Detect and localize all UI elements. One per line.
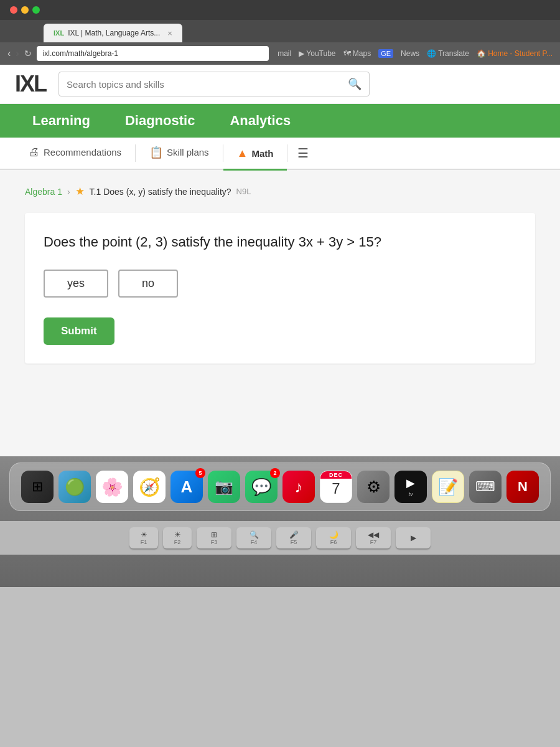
green-nav: Learning Diagnostic Analytics [0,104,560,138]
nav-news-label[interactable]: News [401,49,419,58]
tab-favicon: IXL [54,29,64,37]
nav-mail[interactable]: mail [278,49,291,58]
refresh-button[interactable]: ↻ [24,49,32,59]
key-f3[interactable]: ⊞ F3 [197,527,231,548]
ixl-logo[interactable]: IXL [15,71,46,97]
answer-buttons: yes no [44,270,516,298]
search-icon: 🔍 [348,77,362,91]
nav-bar: ‹ › ↻ ixl.com/math/algebra-1 mail ▶ YouT… [0,42,560,65]
recommendations-icon: 🖨 [29,146,40,159]
main-content: Algebra 1 › ★ T.1 Does (x, y) satisfy th… [0,170,560,456]
dock-icon-launchpad[interactable]: ⊞ [21,471,54,503]
key-f4[interactable]: 🔍 F4 [236,527,271,548]
dock-icon-finder[interactable]: 🟢 [58,471,91,503]
breadcrumb-sep: › [67,187,70,197]
key-next[interactable]: ▶ [396,527,431,548]
next-icon: ▶ [411,533,416,542]
f4-label: F4 [251,539,258,545]
breadcrumb-parent[interactable]: Algebra 1 [25,187,62,197]
dock-icon-sysprefs[interactable]: ⚙ [357,471,390,503]
nav-learning[interactable]: Learning [15,104,108,138]
dock-icon-music[interactable]: ♪ [282,471,315,503]
f1-icon: ☀ [141,530,147,539]
dock-icon-facetime[interactable]: 📷 [208,471,240,503]
question-text: Does the point (2, 3) satisfy the inequa… [44,232,516,252]
f1-label: F1 [141,539,147,545]
nav-diagnostic[interactable]: Diagnostic [108,104,212,138]
skillplans-icon: 📋 [149,146,163,159]
traffic-lights [10,6,40,14]
f5-label: F5 [291,539,297,545]
f4-icon: 🔍 [250,530,259,539]
nav-youtube[interactable]: ▶ YouTube [299,49,335,58]
sub-nav: 🖨 Recommendations 📋 Skill plans ▲ Math ☰ [0,138,560,170]
subnav-math[interactable]: ▲ Math [223,138,287,171]
active-tab[interactable]: IXL IXL | Math, Language Arts... × [44,24,182,42]
appletv-label: tv [408,491,413,497]
url-text: ixl.com/math/algebra-1 [43,49,118,58]
dock-icon-appstore[interactable]: A 5 [170,471,203,503]
key-f6[interactable]: 🌙 F6 [316,527,351,548]
search-bar[interactable]: 🔍 [58,72,370,96]
calendar-month: DEC [320,471,352,479]
keyboard-row-fn: ☀ F1 ☀ F2 ⊞ F3 🔍 F4 🎤 F5 🌙 F6 [10,527,550,548]
browser-tab-row: IXL IXL | Math, Language Arts... × [0,20,560,42]
key-f7[interactable]: ◀◀ F7 [356,527,391,548]
f2-label: F2 [174,539,181,545]
ixl-header: IXL 🔍 [0,65,560,104]
appletv-icon: ▶ [406,476,415,490]
dock-icon-photos[interactable]: 🌸 [96,471,128,503]
nav-links: mail ▶ YouTube 🗺 Maps GE News 🌐 Translat… [278,49,553,58]
dock-icon-kbd[interactable]: ⌨ [469,471,502,503]
dock-icon-unknown[interactable]: N [506,471,539,503]
dock-icon-calendar[interactable]: DEC 7 [320,471,352,503]
math-icon: ▲ [237,147,248,160]
keyboard-area: ☀ F1 ☀ F2 ⊞ F3 🔍 F4 🎤 F5 🌙 F6 [0,521,560,555]
mac-dock: ⊞ 🟢 🌸 🧭 A 5 📷 💬 2 ♪ DEC 7 ⚙ ▶ tv 📝 ⌨ N [9,463,551,511]
question-box: Does the point (2, 3) satisfy the inequa… [25,213,535,364]
search-input[interactable] [67,79,343,90]
url-bar[interactable]: ixl.com/math/algebra-1 [37,46,269,61]
breadcrumb-star: ★ [75,185,85,198]
ixl-app: IXL 🔍 Learning Diagnostic Analytics 🖨 Re… [0,65,560,456]
dock-icon-appletv[interactable]: ▶ tv [394,471,427,503]
more-icon: ☰ [297,146,309,161]
f7-icon: ◀◀ [368,530,379,539]
f2-icon: ☀ [174,530,181,539]
nav-analytics[interactable]: Analytics [212,104,308,138]
forward-button[interactable]: › [16,48,19,59]
key-f5[interactable]: 🎤 F5 [276,527,311,548]
key-f1[interactable]: ☀ F1 [129,527,158,548]
subnav-recommendations[interactable]: 🖨 Recommendations [15,137,135,169]
dock-icon-notes[interactable]: 📝 [432,471,464,503]
dock-badge-messages: 2 [270,468,280,478]
subnav-skillplans[interactable]: 📋 Skill plans [136,137,223,169]
dock-icon-messages[interactable]: 💬 2 [245,471,278,503]
breadcrumb: Algebra 1 › ★ T.1 Does (x, y) satisfy th… [25,185,535,198]
dock-icon-safari[interactable]: 🧭 [133,471,166,503]
answer-no[interactable]: no [118,270,178,298]
tab-close[interactable]: × [167,29,172,38]
f3-label: F3 [211,539,218,545]
key-f2[interactable]: ☀ F2 [163,527,192,548]
f6-icon: 🌙 [329,530,338,539]
nav-translate[interactable]: 🌐 Translate [427,49,469,58]
submit-button[interactable]: Submit [44,317,114,345]
f5-icon: 🎤 [289,530,299,539]
subnav-more[interactable]: ☰ [287,137,319,169]
dock-badge-appstore: 5 [195,468,205,478]
back-button[interactable]: ‹ [7,48,11,59]
nav-news[interactable]: GE [378,49,393,58]
f6-label: F6 [330,539,337,545]
nav-maps[interactable]: 🗺 Maps [343,49,371,58]
nav-home[interactable]: 🏠 Home - Student P... [477,49,553,58]
breadcrumb-current: T.1 Does (x, y) satisfy the inequality? [90,187,231,197]
calendar-day: 7 [332,480,340,497]
answer-yes[interactable]: yes [44,270,108,298]
f7-label: F7 [370,539,377,545]
f3-icon: ⊞ [211,530,217,539]
mac-bottom-area: ⊞ 🟢 🌸 🧭 A 5 📷 💬 2 ♪ DEC 7 ⚙ ▶ tv 📝 ⌨ N ☀ [0,456,560,587]
tab-label: IXL | Math, Language Arts... [68,29,160,37]
browser-tab-bar [0,0,560,20]
breadcrumb-code: N9L [236,187,251,196]
